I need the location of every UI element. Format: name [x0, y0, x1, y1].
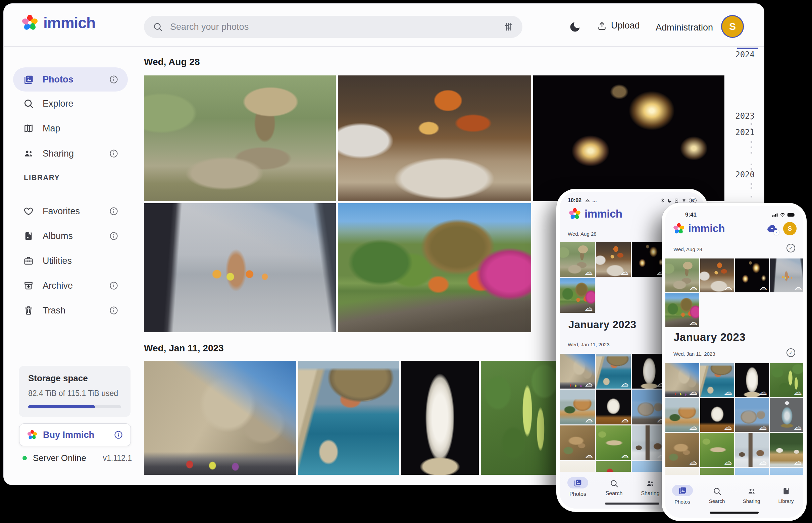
timeline-tick: [750, 196, 752, 197]
photo-sculpt2[interactable]: ☁: [596, 390, 631, 425]
cloud-backup-badge: ☁: [759, 389, 767, 396]
info-icon[interactable]: [109, 231, 118, 241]
info-icon[interactable]: [109, 149, 118, 158]
photo-ruins[interactable]: ☁: [735, 398, 769, 432]
status-notification-icon: [585, 198, 590, 203]
active-tab-pill: [567, 477, 588, 488]
photo-farm[interactable]: ☁: [770, 433, 803, 467]
cloud-backup-badge: ☁: [621, 452, 628, 459]
storage-usage: 82.4 TiB of 115.1 TiB used: [28, 389, 121, 398]
server-version: v1.112.1: [103, 454, 132, 463]
sidebar-item-utilities[interactable]: Utilities: [13, 249, 128, 273]
photo-castle[interactable]: ☁: [666, 363, 699, 397]
photo-lizard1[interactable]: ☁: [666, 433, 699, 467]
photo-bust[interactable]: [401, 361, 479, 475]
info-icon[interactable]: [109, 206, 118, 216]
photo-hands[interactable]: [144, 203, 336, 332]
cloud-backup-badge: ☁: [690, 458, 697, 466]
cloud-backup-badge: ☁: [759, 284, 767, 291]
nav-tab-photos[interactable]: Photos: [665, 482, 699, 518]
phone2-status-bar: 9:41: [665, 212, 803, 218]
timeline-year[interactable]: 2024: [735, 50, 755, 59]
photo-cliff[interactable]: ☁: [666, 398, 699, 432]
nav-tab-label: Photos: [674, 499, 690, 505]
sidebar-item-explore[interactable]: Explore: [13, 92, 128, 116]
photo-sculpt2[interactable]: ☁: [700, 398, 734, 432]
timeline-tick: [750, 187, 752, 189]
photo-dinner[interactable]: ☁: [700, 258, 734, 292]
photo-zoo[interactable]: ☁: [560, 242, 595, 277]
photo-library-icon: [573, 479, 582, 487]
photo-castle[interactable]: ☁: [560, 354, 595, 389]
user-avatar[interactable]: S: [783, 222, 797, 235]
select-day-check-icon[interactable]: ✓: [787, 244, 795, 252]
nav-tab-library[interactable]: Library: [769, 482, 803, 518]
photo-dinner[interactable]: [338, 75, 531, 201]
photo-flowers[interactable]: ☁: [700, 468, 734, 475]
sidebar-item-map[interactable]: Map: [13, 116, 128, 141]
sidebar-item-favorites[interactable]: Favorites: [13, 199, 128, 223]
photo-autumn[interactable]: [338, 203, 531, 332]
server-online-dot: [22, 456, 27, 460]
nav-tab-photos[interactable]: Photos: [560, 474, 596, 509]
photo-hands[interactable]: ☁: [770, 258, 803, 292]
cloud-sync-icon[interactable]: ✓: [766, 223, 778, 234]
photo-flowers[interactable]: ☁: [596, 461, 631, 472]
sidebar-item-sharing[interactable]: Sharing: [13, 142, 128, 166]
photo-berries[interactable]: ☁: [770, 363, 803, 397]
sidebar-item-archive[interactable]: Archive: [13, 274, 128, 298]
photo-coast[interactable]: [298, 361, 399, 475]
phone2-jan-grid: ☁☁☁☁☁☁☁☁☁☁☁☁☁☁☁☁: [666, 363, 803, 475]
photo-cliff[interactable]: ☁: [560, 390, 595, 425]
photo-dinner[interactable]: ☁: [596, 242, 631, 277]
sidebar-item-photos[interactable]: Photos: [13, 67, 128, 92]
photo-winter[interactable]: ☁: [735, 433, 769, 467]
user-avatar[interactable]: S: [721, 15, 744, 38]
photo-castle[interactable]: [144, 361, 296, 475]
info-icon[interactable]: [114, 430, 123, 439]
info-icon[interactable]: [109, 281, 118, 290]
photo-zoo[interactable]: ☁: [666, 258, 699, 292]
select-day-check-icon[interactable]: ✓: [787, 348, 795, 357]
status-time: 9:41: [685, 212, 696, 218]
photo-sky[interactable]: ☁: [735, 468, 769, 475]
photo-berries[interactable]: [481, 361, 558, 475]
info-icon[interactable]: [109, 75, 118, 84]
cloud-backup-badge: ☁: [690, 389, 697, 396]
sidebar-item-trash[interactable]: Trash: [13, 299, 128, 323]
phone1-month-header: January 2023: [568, 319, 636, 331]
photo-autumn[interactable]: ☁: [666, 293, 699, 327]
sidebar-item-label: Photos: [42, 74, 100, 85]
photo-sky[interactable]: ☁: [770, 468, 803, 475]
sharing-people-icon: [747, 487, 756, 495]
photo-autumn[interactable]: ☁: [560, 278, 595, 313]
search-input[interactable]: Search your photos: [144, 16, 522, 38]
photo-lizard2[interactable]: ☁: [596, 426, 631, 460]
photo-light[interactable]: ☁: [560, 461, 595, 472]
sidebar-item-albums[interactable]: Albums: [13, 224, 128, 248]
timeline-tick: [750, 118, 752, 120]
nav-tab-label: Sharing: [641, 490, 659, 497]
photo-trophy[interactable]: ☁: [770, 398, 803, 432]
photo-row: [144, 203, 531, 332]
app-logo[interactable]: immich: [21, 14, 95, 32]
photo-coast[interactable]: ☁: [596, 354, 631, 389]
photo-library-icon: [678, 486, 687, 495]
photo-lizard1[interactable]: ☁: [560, 426, 595, 460]
administration-link[interactable]: Administration: [656, 22, 713, 33]
photo-fireworks[interactable]: [533, 75, 724, 201]
buy-immich-button[interactable]: Buy Immich: [19, 423, 131, 446]
timeline-year[interactable]: 2020: [735, 170, 755, 179]
filter-sliders-icon[interactable]: [504, 22, 514, 32]
info-icon[interactable]: [109, 306, 118, 315]
cloud-backup-badge: ☁: [690, 284, 697, 291]
photo-bust[interactable]: ☁: [735, 363, 769, 397]
upload-button[interactable]: Upload: [597, 20, 640, 31]
photo-light[interactable]: ☁: [666, 468, 699, 475]
photo-fireworks[interactable]: ☁: [735, 258, 769, 292]
dark-mode-toggle-moon-icon[interactable]: [569, 20, 582, 33]
photo-coast[interactable]: ☁: [700, 363, 734, 397]
photo-lizard2[interactable]: ☁: [700, 433, 734, 467]
photo-zoo[interactable]: [144, 75, 336, 201]
archive-icon: [23, 280, 34, 291]
